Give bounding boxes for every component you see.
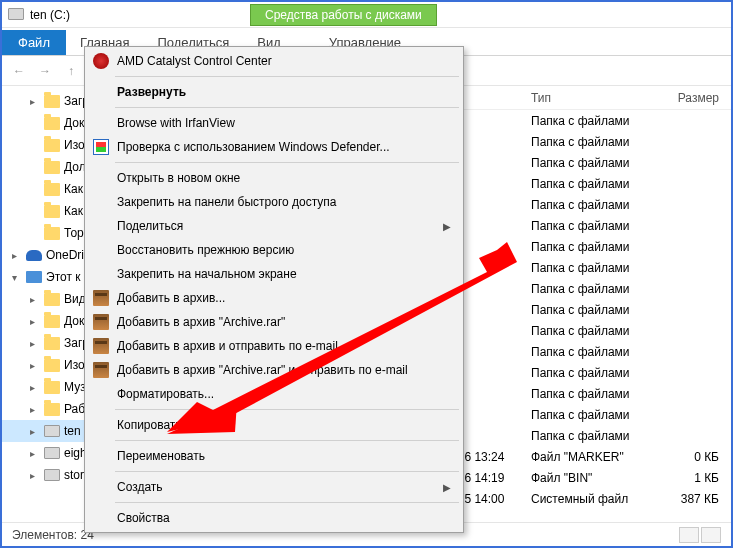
menu-item[interactable]: Browse with IrfanView <box>87 111 461 135</box>
menu-item[interactable]: Добавить в архив и отправить по e-mail..… <box>87 334 461 358</box>
menu-item-label: Добавить в архив... <box>117 291 225 305</box>
chevron-right-icon[interactable]: ▸ <box>30 294 40 305</box>
col-type[interactable]: Тип <box>531 91 661 105</box>
chevron-right-icon[interactable]: ▸ <box>30 382 40 393</box>
tree-item-label: OneDri <box>46 248 84 262</box>
menu-item[interactable]: Закрепить на начальном экране <box>87 262 461 286</box>
menu-item-label: Добавить в архив "Archive.rar" и отправи… <box>117 363 408 377</box>
nav-up[interactable]: ↑ <box>60 60 82 82</box>
menu-separator <box>115 409 459 410</box>
menu-item-label: Открыть в новом окне <box>117 171 240 185</box>
cell-type: Папка с файлами <box>531 303 661 317</box>
cell-type: Папка с файлами <box>531 282 661 296</box>
cell-type: Папка с файлами <box>531 429 661 443</box>
menu-item-label: Закрепить на панели быстрого доступа <box>117 195 337 209</box>
chevron-right-icon[interactable]: ▸ <box>30 96 40 107</box>
menu-item[interactable]: Копировать <box>87 413 461 437</box>
chevron-right-icon[interactable]: ▸ <box>30 448 40 459</box>
folder-icon <box>44 161 60 174</box>
folder-icon <box>44 117 60 130</box>
menu-separator <box>115 440 459 441</box>
menu-item[interactable]: Открыть в новом окне <box>87 166 461 190</box>
menu-item[interactable]: Форматировать... <box>87 382 461 406</box>
menu-item[interactable]: Проверка с использованием Windows Defend… <box>87 135 461 159</box>
title-bar: ten (C:) Средства работы с дисками <box>2 2 731 28</box>
menu-item-label: Закрепить на начальном экране <box>117 267 297 281</box>
pc-icon <box>26 271 42 283</box>
menu-separator <box>115 162 459 163</box>
nav-back[interactable]: ← <box>8 60 30 82</box>
menu-item-label: Поделиться <box>117 219 183 233</box>
menu-item[interactable]: Добавить в архив... <box>87 286 461 310</box>
cell-type: Папка с файлами <box>531 366 661 380</box>
desktop-icon <box>44 403 60 416</box>
chevron-right-icon[interactable]: ▸ <box>30 360 40 371</box>
menu-separator <box>115 502 459 503</box>
chevron-right-icon[interactable]: ▸ <box>30 404 40 415</box>
chevron-right-icon[interactable]: ▸ <box>30 426 40 437</box>
cell-type: Папка с файлами <box>531 114 661 128</box>
view-buttons <box>679 527 721 543</box>
cell-type: Папка с файлами <box>531 408 661 422</box>
chevron-right-icon[interactable]: ▸ <box>30 470 40 481</box>
folder-icon <box>44 227 60 240</box>
tab-file[interactable]: Файл <box>2 30 66 55</box>
menu-item-label: Проверка с использованием Windows Defend… <box>117 140 390 154</box>
picture-icon <box>44 359 60 372</box>
menu-item[interactable]: Поделиться▶ <box>87 214 461 238</box>
cell-type: Папка с файлами <box>531 324 661 338</box>
menu-item[interactable]: Развернуть <box>87 80 461 104</box>
cell-type: Папка с файлами <box>531 198 661 212</box>
menu-item-label: Восстановить прежнюю версию <box>117 243 294 257</box>
drive-icon <box>44 425 60 437</box>
picture-icon <box>44 139 60 152</box>
submenu-arrow-icon: ▶ <box>443 482 451 493</box>
menu-item-label: Копировать <box>117 418 182 432</box>
cell-type: Папка с файлами <box>531 240 661 254</box>
window-title: ten (C:) <box>30 8 70 22</box>
menu-item[interactable]: Добавить в архив "Archive.rar" <box>87 310 461 334</box>
context-menu[interactable]: AMD Catalyst Control CenterРазвернутьBro… <box>84 46 464 533</box>
music-icon <box>44 381 60 394</box>
menu-item[interactable]: Создать▶ <box>87 475 461 499</box>
menu-item-label: AMD Catalyst Control Center <box>117 54 272 68</box>
menu-separator <box>115 471 459 472</box>
menu-item[interactable]: Закрепить на панели быстрого доступа <box>87 190 461 214</box>
menu-item-label: Развернуть <box>117 85 186 99</box>
menu-separator <box>115 76 459 77</box>
menu-separator <box>115 107 459 108</box>
video-icon <box>44 293 60 306</box>
rar-icon <box>93 314 109 330</box>
cell-size: 0 КБ <box>661 450 731 464</box>
menu-item[interactable]: AMD Catalyst Control Center <box>87 49 461 73</box>
col-size[interactable]: Размер <box>661 91 731 105</box>
rar-icon <box>93 362 109 378</box>
drive-icon <box>44 469 60 481</box>
rar-icon <box>93 290 109 306</box>
download-icon <box>44 337 60 350</box>
cell-type: Папка с файлами <box>531 219 661 233</box>
menu-item[interactable]: Добавить в архив "Archive.rar" и отправи… <box>87 358 461 382</box>
drive-icon <box>8 8 24 22</box>
rar-icon <box>93 338 109 354</box>
amd-icon <box>93 53 109 69</box>
menu-item[interactable]: Восстановить прежнюю версию <box>87 238 461 262</box>
folder-icon <box>44 95 60 108</box>
cell-type: Папка с файлами <box>531 345 661 359</box>
menu-item[interactable]: Свойства <box>87 506 461 530</box>
chevron-right-icon[interactable]: ▸ <box>12 250 22 261</box>
menu-item-label: Переименовать <box>117 449 205 463</box>
menu-item[interactable]: Переименовать <box>87 444 461 468</box>
tree-item-label: Этот к <box>46 270 80 284</box>
menu-item-label: Browse with IrfanView <box>117 116 235 130</box>
chevron-down-icon[interactable]: ▾ <box>12 272 22 283</box>
chevron-right-icon[interactable]: ▸ <box>30 316 40 327</box>
view-details-button[interactable] <box>679 527 699 543</box>
nav-forward[interactable]: → <box>34 60 56 82</box>
disk-tools-tab[interactable]: Средства работы с дисками <box>250 4 437 26</box>
chevron-right-icon[interactable]: ▸ <box>30 338 40 349</box>
menu-item-label: Свойства <box>117 511 170 525</box>
menu-item-label: Добавить в архив и отправить по e-mail..… <box>117 339 348 353</box>
view-large-button[interactable] <box>701 527 721 543</box>
menu-item-label: Форматировать... <box>117 387 214 401</box>
